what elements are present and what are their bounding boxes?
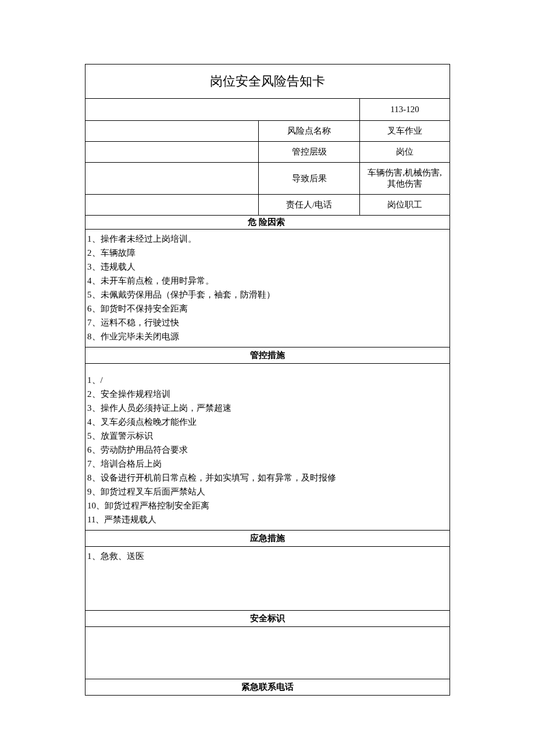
hazard-list: 1、操作者未经过上岗培训。2、车辆故障3、违规载人4、未开车前点检，使用时异常。… (85, 230, 450, 347)
list-item: 7、运料不稳，行驶过快 (87, 316, 448, 329)
list-item: 9、卸货过程叉车后面严禁站人 (87, 485, 448, 499)
consequence-label: 导致后果 (259, 163, 360, 194)
responsible-value: 岗位职工 (360, 195, 450, 215)
list-item: 3、操作人员必须持证上岗，严禁超速 (87, 401, 448, 415)
list-item: 1、操作者未经过上岗培训。 (87, 232, 448, 246)
sign-body (85, 627, 450, 679)
risk-name-value: 叉车作业 (360, 121, 450, 141)
code-row: 113-120 (85, 99, 450, 121)
list-item: 5、放置警示标识 (87, 429, 448, 443)
sign-section-header: 安全标识 (85, 611, 450, 627)
list-item: 8、作业完毕未关闭电源 (87, 329, 448, 343)
hazard-header-right: 险因索 (259, 216, 450, 229)
list-item: 8、设备进行开机前日常点检，并如实填写，如有异常，及时报修 (87, 471, 448, 485)
emergency-list: 1、急救、送医 (85, 547, 450, 611)
card-title: 岗位安全风险告知卡 (85, 65, 450, 99)
hazard-section-header: 危 险因索 (85, 216, 450, 230)
list-item: 1、急救、送医 (87, 549, 448, 563)
list-item: 4、叉车必须点检晚才能作业 (87, 415, 448, 429)
meta-row-4: 责任人/电话 岗位职工 (85, 195, 450, 216)
list-item: 4、未开车前点检，使用时异常。 (87, 274, 448, 288)
risk-name-label: 风险点名称 (259, 121, 360, 141)
control-list: 1、/2、安全操作规程培训3、操作人员必须持证上岗，严禁超速4、叉车必须点检晚才… (85, 364, 450, 531)
hazard-header-left: 危 (85, 216, 259, 229)
meta-row-3: 导致后果 车辆伤害,机械伤害,其他伤害 (85, 163, 450, 195)
list-item: 6、劳动防护用品符合要求 (87, 443, 448, 457)
list-item: 7、培训合格后上岗 (87, 457, 448, 471)
list-item: 5、未佩戴劳保用品（保护手套，袖套，防滑鞋） (87, 288, 448, 302)
meta-row-1: 风险点名称 叉车作业 (85, 121, 450, 142)
code-row-spacer (85, 99, 360, 120)
meta-row-2: 管控层级 岗位 (85, 142, 450, 163)
list-item: 1、/ (87, 373, 448, 387)
meta-image-area (85, 121, 259, 141)
consequence-value: 车辆伤害,机械伤害,其他伤害 (360, 163, 450, 194)
level-label: 管控层级 (259, 142, 360, 162)
list-item: 2、安全操作规程培训 (87, 387, 448, 401)
list-item: 2、车辆故障 (87, 246, 448, 260)
list-item: 3、违规载人 (87, 260, 448, 274)
risk-notice-card: 岗位安全风险告知卡 113-120 风险点名称 叉车作业 管控层级 岗位 导致后… (85, 64, 450, 696)
list-item: 6、卸货时不保持安全距离 (87, 302, 448, 316)
list-item: 10、卸货过程严格控制安全距离 (87, 499, 448, 513)
contact-section-header: 紧急联系电话 (85, 679, 450, 695)
list-item: 11、严禁违规载人 (87, 513, 448, 526)
card-code: 113-120 (360, 99, 450, 120)
emergency-section-header: 应急措施 (85, 531, 450, 547)
control-section-header: 管控措施 (85, 347, 450, 364)
level-value: 岗位 (360, 142, 450, 162)
responsible-label: 责任人/电话 (259, 195, 360, 215)
